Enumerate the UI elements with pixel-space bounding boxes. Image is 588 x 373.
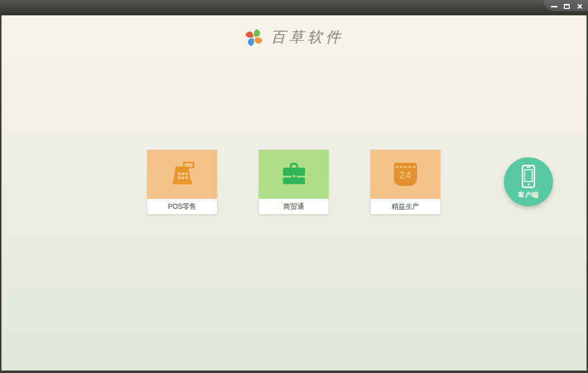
client-app-button[interactable]: 客户端 bbox=[504, 157, 553, 206]
titlebar[interactable]: × bbox=[0, 0, 588, 15]
product-card-trade[interactable]: 商贸通 bbox=[258, 149, 329, 214]
pinwheel-logo-icon bbox=[244, 28, 264, 47]
product-label-lean: 精益生产 bbox=[371, 199, 440, 214]
minimize-icon bbox=[551, 6, 557, 7]
maximize-icon bbox=[564, 4, 570, 9]
cash-register-icon bbox=[168, 161, 197, 188]
product-label-trade: 商贸通 bbox=[259, 199, 329, 214]
maximize-button[interactable] bbox=[563, 2, 571, 10]
brand-header: 百草软件 bbox=[1, 27, 587, 47]
close-button[interactable]: × bbox=[576, 2, 584, 10]
product-card-lean-production[interactable]: 24 精益生产 bbox=[370, 149, 441, 214]
card-art-lean: 24 bbox=[371, 150, 440, 199]
phone-speaker bbox=[526, 167, 531, 168]
card-art-pos bbox=[147, 150, 217, 199]
minimize-button[interactable] bbox=[550, 2, 558, 10]
calendar-day-number: 24 bbox=[394, 169, 417, 181]
briefcase-icon bbox=[280, 161, 308, 188]
main-content: 百草软件 POS零售 bbox=[1, 15, 587, 371]
client-button-label: 客户端 bbox=[518, 190, 539, 199]
close-icon: × bbox=[577, 3, 583, 10]
window-controls: × bbox=[544, 0, 588, 11]
calendar-icon: 24 bbox=[394, 163, 417, 186]
app-title: 百草软件 bbox=[271, 27, 344, 47]
product-label-pos: POS零售 bbox=[147, 199, 217, 214]
smartphone-icon bbox=[522, 165, 535, 188]
phone-screen bbox=[524, 169, 533, 182]
phone-home-button bbox=[528, 184, 530, 186]
calendar-dashes bbox=[395, 166, 416, 168]
card-art-trade bbox=[259, 150, 329, 199]
product-card-pos-retail[interactable]: POS零售 bbox=[147, 149, 217, 214]
